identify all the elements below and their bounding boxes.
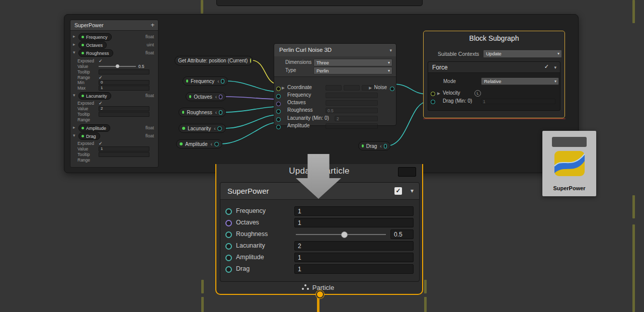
- parameter-node-frequency[interactable]: Frequency ‹: [183, 76, 228, 86]
- property-row-frequency[interactable]: ▸ Frequency float: [70, 33, 158, 41]
- block-enabled-checkbox[interactable]: ✓: [394, 187, 402, 195]
- context-header-button[interactable]: [398, 167, 416, 177]
- float-port-icon[interactable]: [225, 231, 232, 238]
- property-row-roughness[interactable]: ▾ Roughness float: [70, 49, 158, 57]
- parameter-node-drag[interactable]: Drag ‹: [358, 141, 390, 150]
- float-port-icon[interactable]: [225, 243, 232, 250]
- lacunarity-field[interactable]: 2: [335, 116, 378, 121]
- expand-icon[interactable]: ▶: [437, 91, 440, 96]
- output-port-icon[interactable]: [221, 79, 224, 84]
- property-row-drag[interactable]: ▾ Drag float: [70, 132, 158, 140]
- subgraph-warning-line: [423, 118, 566, 119]
- foldout-icon[interactable]: ▾: [73, 133, 75, 138]
- convert-icon: ‹: [214, 126, 215, 131]
- dropdown-value: Three: [316, 60, 329, 65]
- drag-input[interactable]: 1: [294, 264, 414, 274]
- output-port-icon[interactable]: [219, 95, 222, 99]
- asset-tile-superpower[interactable]: SuperPower: [542, 131, 596, 196]
- min-field[interactable]: 0: [99, 80, 149, 85]
- octaves-input[interactable]: 1: [294, 218, 414, 227]
- chevron-down-icon[interactable]: ▾: [389, 48, 392, 53]
- output-port-icon[interactable]: [219, 110, 222, 115]
- input-port-velocity[interactable]: [431, 92, 435, 96]
- property-dot-icon: [82, 52, 84, 54]
- input-label: Octaves: [287, 100, 306, 105]
- type-dropdown[interactable]: Perlin▾: [313, 67, 392, 74]
- roughness-input[interactable]: 0.5: [390, 229, 414, 239]
- check-icon[interactable]: ✓: [99, 141, 103, 146]
- space-badge[interactable]: L: [474, 90, 481, 97]
- output-port-icon[interactable]: [214, 142, 219, 146]
- roughness-value[interactable]: 0.5: [138, 64, 144, 69]
- check-icon[interactable]: ✓: [544, 63, 549, 70]
- float-port-icon[interactable]: [225, 266, 232, 273]
- foldout-icon[interactable]: ▾: [73, 93, 75, 98]
- float-port-icon[interactable]: [225, 255, 232, 261]
- output-port-icon[interactable]: [217, 126, 222, 131]
- roughness-slider[interactable]: [295, 229, 387, 239]
- input-port-drag[interactable]: [431, 100, 435, 104]
- add-property-button[interactable]: +: [150, 21, 154, 29]
- parameter-node-octaves[interactable]: Octaves ‹: [186, 92, 226, 101]
- property-row-octaves[interactable]: ▸ Octaves uint: [70, 41, 158, 49]
- input-label: Frequency: [287, 92, 311, 98]
- input-port-frequency[interactable]: [276, 94, 281, 99]
- lacunarity-input[interactable]: 2: [294, 241, 414, 251]
- property-row-lacunarity[interactable]: ▾ Lacunarity float: [70, 92, 158, 100]
- foldout-icon[interactable]: ▸: [73, 125, 75, 130]
- uint-port-icon[interactable]: [225, 220, 232, 226]
- foldout-icon[interactable]: ▾: [73, 50, 75, 55]
- expand-icon[interactable]: ▶: [282, 86, 285, 90]
- slider-handle[interactable]: [341, 231, 348, 238]
- mode-dropdown[interactable]: Relative▾: [481, 77, 559, 85]
- suitable-contexts-dropdown[interactable]: Update▾: [483, 50, 562, 58]
- get-attribute-node[interactable]: Get Attribute: position (Current): [175, 56, 253, 65]
- amplitude-input[interactable]: 1: [294, 253, 414, 262]
- input-port-lacunarity[interactable]: [276, 117, 281, 122]
- chevron-down-icon[interactable]: ▾: [554, 65, 556, 70]
- lacunarity-value-field[interactable]: 2: [99, 106, 149, 111]
- parameter-node-lacunarity[interactable]: Lacunarity ‹: [179, 124, 226, 133]
- roughness-value-slider[interactable]: [99, 64, 136, 68]
- frequency-input[interactable]: 1: [294, 206, 414, 216]
- foldout-icon[interactable]: ▸: [73, 42, 75, 47]
- output-port-noise[interactable]: [390, 87, 394, 91]
- coordinate-y-field[interactable]: [344, 85, 360, 91]
- perlin-curl-noise-node[interactable]: Perlin Curl Noise 3D ▾ Dimensions Three▾…: [274, 43, 396, 126]
- amplitude-field[interactable]: [326, 123, 378, 129]
- check-icon[interactable]: ✓: [99, 58, 103, 63]
- input-port-roughness[interactable]: [276, 109, 281, 114]
- node-header[interactable]: Perlin Curl Noise 3D ▾: [274, 44, 396, 57]
- octaves-field[interactable]: [326, 100, 378, 106]
- check-icon[interactable]: ✓: [99, 75, 103, 80]
- expand-icon[interactable]: ▶: [369, 86, 372, 90]
- input-port-octaves[interactable]: [276, 102, 281, 106]
- drag-field[interactable]: 1: [481, 99, 555, 104]
- flow-anchor[interactable]: [316, 290, 324, 298]
- roughness-field[interactable]: 0.5: [326, 108, 378, 113]
- parameter-node-roughness[interactable]: Roughness ‹: [179, 108, 226, 117]
- check-icon[interactable]: ✓: [99, 101, 103, 106]
- slider-handle[interactable]: [116, 64, 119, 68]
- tooltip-field[interactable]: [99, 112, 149, 117]
- chevron-down-icon[interactable]: ▾: [411, 187, 414, 194]
- foldout-icon[interactable]: ▸: [73, 34, 75, 39]
- dimensions-dropdown[interactable]: Three▾: [313, 59, 392, 66]
- tooltip-field[interactable]: [99, 152, 149, 157]
- drag-value-field[interactable]: 1: [99, 146, 149, 151]
- max-field[interactable]: 1: [99, 86, 149, 91]
- force-block-header[interactable]: Force ✓ ▾: [428, 62, 560, 73]
- float-port-icon[interactable]: [225, 208, 232, 215]
- output-port-icon[interactable]: [384, 144, 387, 148]
- input-port-coordinate[interactable]: [276, 87, 281, 91]
- output-port-icon[interactable]: [250, 58, 251, 63]
- block-subgraph-node[interactable]: Block Subgraph Suitable Contexts Update▾…: [423, 31, 565, 118]
- property-name: Roughness: [86, 51, 109, 56]
- property-row-amplitude[interactable]: ▸ Amplitude float: [70, 124, 158, 132]
- tooltip-field[interactable]: [99, 69, 149, 74]
- input-port-amplitude[interactable]: [276, 125, 281, 129]
- force-block[interactable]: Force ✓ ▾ Mode Relative▾ ▶ Velocity L Dr…: [428, 61, 560, 111]
- parameter-node-amplitude[interactable]: Amplitude ‹: [176, 139, 222, 148]
- coordinate-x-field[interactable]: [326, 85, 342, 91]
- frequency-field[interactable]: [326, 93, 378, 98]
